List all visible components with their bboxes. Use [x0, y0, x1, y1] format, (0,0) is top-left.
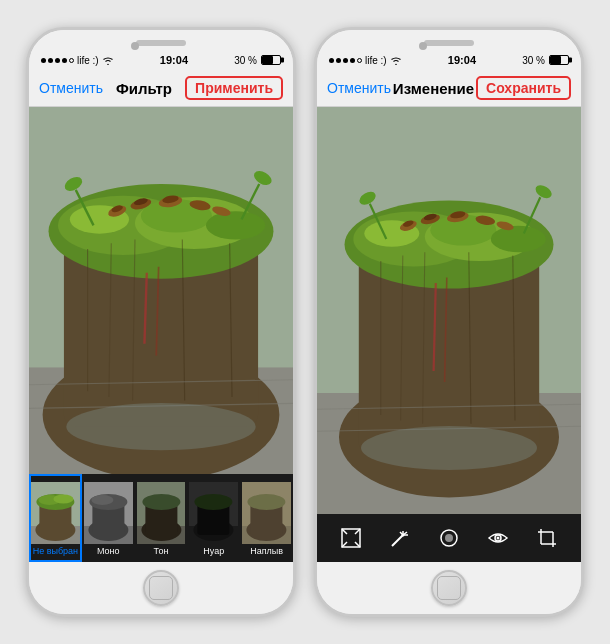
- home-button-2[interactable]: [431, 570, 467, 606]
- mute-button-2[interactable]: [314, 130, 316, 144]
- eye-tool[interactable]: [484, 524, 512, 552]
- signal-dots-1: [41, 58, 74, 63]
- battery-percent-2: 30 %: [522, 55, 545, 66]
- dot1-2: [329, 58, 334, 63]
- filter-label-noir: Нуар: [203, 546, 224, 556]
- svg-point-44: [91, 495, 113, 505]
- svg-point-9: [206, 211, 265, 239]
- nav-bar-1: Отменить Фильтр Применить: [29, 70, 293, 107]
- svg-point-102: [402, 534, 405, 537]
- cancel-button-2[interactable]: Отменить: [327, 80, 391, 96]
- photo-svg-1: [29, 107, 293, 474]
- photo-svg-2: [317, 107, 581, 514]
- home-button-area-1: [29, 562, 293, 614]
- volume-down-button[interactable]: [26, 182, 28, 204]
- svg-point-91: [361, 426, 537, 470]
- carrier-1: life :): [77, 55, 99, 66]
- home-button-inner-1: [149, 576, 173, 600]
- status-bar-2: life :) 19:04 30 %: [317, 50, 581, 70]
- photo-area-2: [317, 107, 581, 514]
- nav-bar-2: Отменить Изменение Сохранить: [317, 70, 581, 107]
- status-left-1: life :): [41, 55, 114, 66]
- filter-item-none[interactable]: Не выбран: [29, 474, 82, 562]
- phone-2-body: life :) 19:04 30 % Отменить Изменение Со…: [314, 27, 584, 617]
- battery-icon-1: [261, 55, 281, 65]
- crop-tool[interactable]: [533, 524, 561, 552]
- home-button-1[interactable]: [143, 570, 179, 606]
- filter-thumb-none: [31, 482, 80, 544]
- filter-thumb-ton: [137, 482, 186, 544]
- dot2-2: [336, 58, 341, 63]
- filter-label-ton: Тон: [154, 546, 169, 556]
- dot5-2: [357, 58, 362, 63]
- dot3: [55, 58, 60, 63]
- mute-button[interactable]: [26, 130, 28, 144]
- status-right-1: 30 %: [234, 55, 281, 66]
- dot1: [41, 58, 46, 63]
- home-button-inner-2: [437, 576, 461, 600]
- nav-title-1: Фильтр: [116, 80, 172, 97]
- filter-item-mono[interactable]: Моно: [82, 474, 135, 562]
- filter-item-noir[interactable]: Нуар: [187, 474, 240, 562]
- svg-point-31: [66, 403, 255, 450]
- time-2: 19:04: [448, 54, 476, 66]
- dot3-2: [343, 58, 348, 63]
- battery-percent-1: 30 %: [234, 55, 257, 66]
- phone-1-body: life :) 19:04 30 % Отменить Фильтр Приме…: [26, 27, 296, 617]
- phone-1: life :) 19:04 30 % Отменить Фильтр Приме…: [26, 27, 296, 617]
- svg-point-59: [248, 494, 286, 510]
- dot4-2: [350, 58, 355, 63]
- filter-label-mono: Моно: [97, 546, 120, 556]
- volume-down-button-2[interactable]: [314, 182, 316, 204]
- phone-2: life :) 19:04 30 % Отменить Изменение Со…: [314, 27, 584, 617]
- signal-dots-2: [329, 58, 362, 63]
- power-button-2[interactable]: [582, 150, 584, 172]
- cancel-button-1[interactable]: Отменить: [39, 80, 103, 96]
- apply-button-1[interactable]: Применить: [185, 76, 283, 100]
- svg-point-38: [53, 495, 73, 504]
- bottom-toolbar-2: [317, 514, 581, 562]
- nav-title-2: Изменение: [393, 80, 474, 97]
- dot2: [48, 58, 53, 63]
- speaker: [136, 40, 186, 46]
- filter-thumb-noir: [189, 482, 238, 544]
- speaker-2: [424, 40, 474, 46]
- magic-wand-tool[interactable]: [386, 524, 414, 552]
- rotate-tool[interactable]: [337, 524, 365, 552]
- carrier-2: life :): [365, 55, 387, 66]
- time-1: 19:04: [160, 54, 188, 66]
- phone-top: [29, 30, 293, 50]
- battery-fill-1: [262, 56, 273, 64]
- photo-area-1: [29, 107, 293, 474]
- wifi-icon-2: [390, 56, 402, 65]
- filter-thumb-mono: [84, 482, 133, 544]
- battery-fill-2: [550, 56, 561, 64]
- power-button[interactable]: [294, 150, 296, 172]
- volume-up-button-2[interactable]: [314, 152, 316, 174]
- filter-label-none: Не выбран: [33, 546, 78, 556]
- svg-point-49: [142, 494, 180, 510]
- volume-up-button[interactable]: [26, 152, 28, 174]
- filter-thumb-napliv: [242, 482, 291, 544]
- filter-label-napliv: Наплыв: [250, 546, 283, 556]
- phone-top-2: [317, 30, 581, 50]
- svg-point-106: [496, 537, 499, 540]
- front-camera: [131, 42, 139, 50]
- front-camera-2: [419, 42, 427, 50]
- battery-icon-2: [549, 55, 569, 65]
- filter-item-ton[interactable]: Тон: [135, 474, 188, 562]
- home-button-area-2: [317, 562, 581, 614]
- status-right-2: 30 %: [522, 55, 569, 66]
- filter-strip-1: Не выбран Моно: [29, 474, 293, 562]
- svg-point-54: [195, 494, 233, 510]
- wifi-icon-1: [102, 56, 114, 65]
- status-left-2: life :): [329, 55, 402, 66]
- dot4: [62, 58, 67, 63]
- filter-item-napliv[interactable]: Наплыв: [240, 474, 293, 562]
- filter-tool[interactable]: [435, 524, 463, 552]
- dot5: [69, 58, 74, 63]
- svg-point-104: [445, 534, 453, 542]
- save-button-2[interactable]: Сохранить: [476, 76, 571, 100]
- status-bar-1: life :) 19:04 30 %: [29, 50, 293, 70]
- svg-line-97: [392, 535, 403, 546]
